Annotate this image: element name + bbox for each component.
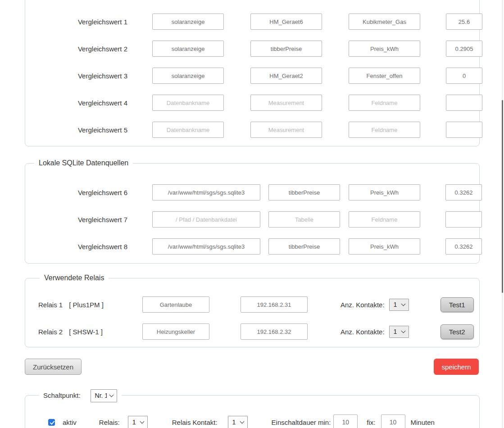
minuten-label: Minuten <box>411 419 435 426</box>
contacts-select[interactable]: 1 <box>389 299 409 311</box>
fix-label: fix: <box>367 419 375 426</box>
comparison-row: Vergleichswert 3 <box>25 68 479 84</box>
comparison-label: Vergleichswert 4 <box>25 99 127 107</box>
comparison-label: Vergleichswert 2 <box>25 45 127 53</box>
comparison-label: Vergleichswert 1 <box>25 18 127 26</box>
field-input[interactable] <box>349 211 420 228</box>
einschaltdauer-label: Einschaltdauer min: <box>272 419 331 426</box>
contacts-label: Anz. Kontakte: <box>341 328 385 336</box>
database-input[interactable] <box>152 95 224 111</box>
contacts-select[interactable]: 1 <box>389 326 409 338</box>
switchpoint-legend: Schaltpunkt: <box>43 391 81 400</box>
relais-select[interactable]: 1 <box>128 416 148 428</box>
field-input[interactable] <box>349 122 420 138</box>
relay-name-input[interactable] <box>142 296 209 313</box>
measurement-input[interactable] <box>250 14 322 30</box>
relay-name-input[interactable] <box>142 323 209 340</box>
table-input[interactable] <box>268 211 340 228</box>
comparison-row: Vergleichswert 1 <box>25 14 479 30</box>
relay-label: Relais 2 <box>38 328 63 336</box>
sqlite-fieldset: Lokale SQLite Datenquellen Vergleichswer… <box>25 163 480 264</box>
sqlite-path-input[interactable] <box>152 184 260 200</box>
measurement-input[interactable] <box>250 122 322 138</box>
relay-ip-input[interactable] <box>241 296 308 313</box>
table-input[interactable] <box>268 238 340 255</box>
measurement-input[interactable] <box>250 95 322 111</box>
field-input[interactable] <box>349 68 420 84</box>
relais-label: Relais: <box>99 419 120 426</box>
sqlite-label: Vergleichswert 7 <box>25 216 127 223</box>
value-input[interactable] <box>446 41 482 57</box>
reset-button[interactable]: Zurücksetzen <box>25 359 82 375</box>
relay-row: Relais 1 [ Plus1PM ] Anz. Kontakte: 1 Te… <box>25 296 479 313</box>
sqlite-legend: Lokale SQLite Datenquellen <box>34 159 133 168</box>
value-input[interactable] <box>445 211 482 228</box>
contacts-label: Anz. Kontakte: <box>341 301 385 309</box>
sqlite-label: Vergleichswert 8 <box>25 243 127 250</box>
value-input[interactable] <box>445 238 482 255</box>
database-input[interactable] <box>152 122 224 138</box>
value-input[interactable] <box>446 95 482 111</box>
aktiv-checkbox[interactable] <box>48 419 55 426</box>
relay-model: [ Plus1PM ] <box>69 301 104 309</box>
database-input[interactable] <box>152 68 224 84</box>
sqlite-row: Vergleichswert 8 <box>25 238 479 255</box>
database-input[interactable] <box>152 14 224 30</box>
field-input[interactable] <box>349 41 420 57</box>
comparison-row: Vergleichswert 4 <box>25 95 479 111</box>
save-button[interactable]: speichern <box>434 359 479 375</box>
sqlite-row: Vergleichswert 6 <box>25 184 479 200</box>
field-input[interactable] <box>349 238 420 255</box>
field-input[interactable] <box>349 14 420 30</box>
comparison-fieldset: Vergleichswert 1 Vergleichswert 2 Vergle… <box>25 0 480 146</box>
field-input[interactable] <box>349 184 420 200</box>
switchpoint-number-select[interactable]: Nr. 1 <box>91 389 117 402</box>
comparison-label: Vergleichswert 3 <box>25 72 127 80</box>
measurement-input[interactable] <box>250 41 322 57</box>
comparison-label: Vergleichswert 5 <box>25 126 127 134</box>
switchpoint-fieldset: Schaltpunkt: Nr. 1 aktiv Relais: 1 Relai… <box>25 395 480 428</box>
database-input[interactable] <box>152 41 224 57</box>
aktiv-label: aktiv <box>63 419 77 426</box>
relais-kontakt-label: Relais Kontakt: <box>172 419 218 426</box>
scrollbar-thumb[interactable] <box>502 100 503 293</box>
test-button[interactable]: Test2 <box>440 324 474 339</box>
relay-row: Relais 2 [ SHSW-1 ] Anz. Kontakte: 1 Tes… <box>25 323 479 340</box>
value-input[interactable] <box>446 68 482 84</box>
relais-kontakt-select[interactable]: 1 <box>228 416 248 428</box>
value-input[interactable] <box>446 14 482 30</box>
value-input[interactable] <box>446 122 482 138</box>
field-input[interactable] <box>349 95 420 111</box>
relay-label: Relais 1 <box>38 301 63 309</box>
relay-model: [ SHSW-1 ] <box>69 328 103 336</box>
relay-ip-input[interactable] <box>241 323 308 340</box>
table-input[interactable] <box>268 184 340 200</box>
sqlite-path-input[interactable] <box>152 211 260 228</box>
relay-fieldset: Verwendete Relais Relais 1 [ Plus1PM ] A… <box>25 278 480 347</box>
value-input[interactable] <box>445 184 482 200</box>
sqlite-label: Vergleichswert 6 <box>25 189 127 196</box>
einschaltdauer-input[interactable] <box>333 414 358 428</box>
test-button[interactable]: Test1 <box>440 297 474 312</box>
comparison-row: Vergleichswert 5 <box>25 122 479 138</box>
switchpoint-row: aktiv Relais: 1 Relais Kontakt: 1 Einsch… <box>25 414 479 428</box>
sqlite-path-input[interactable] <box>152 238 260 255</box>
measurement-input[interactable] <box>250 68 322 84</box>
fix-input[interactable] <box>381 414 405 428</box>
sqlite-row: Vergleichswert 7 <box>25 211 479 228</box>
relay-legend: Verwendete Relais <box>40 273 109 282</box>
comparison-row: Vergleichswert 2 <box>25 41 479 57</box>
